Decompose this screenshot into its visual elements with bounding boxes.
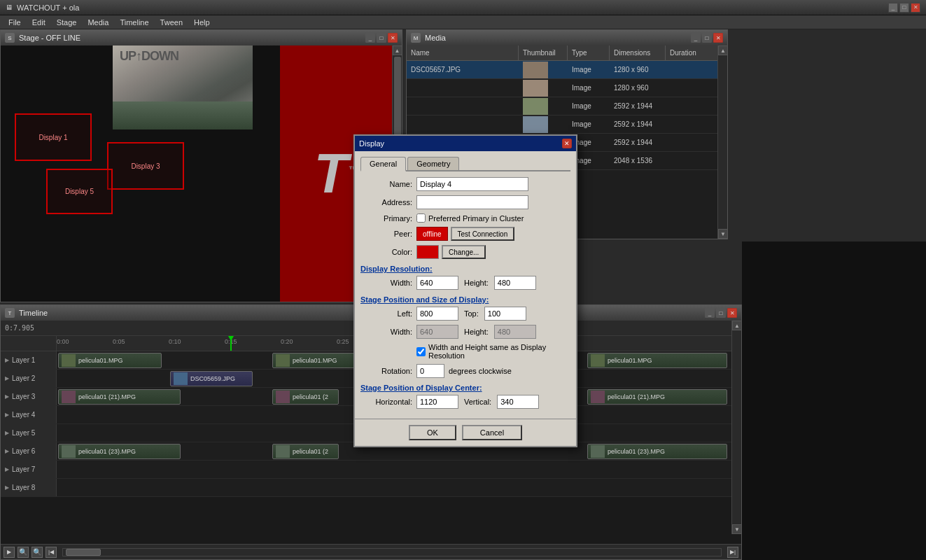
media-titlebar: M Media _ □ ✕: [407, 30, 727, 46]
layer-5-label: ▶ Layer 5: [1, 424, 57, 442]
change-color-button[interactable]: Change...: [442, 245, 486, 259]
rotation-input[interactable]: [416, 364, 444, 378]
layer-1-arrow[interactable]: ▶: [5, 357, 9, 363]
stage-width-label: Width:: [360, 328, 416, 336]
timeline-minimize[interactable]: _: [705, 308, 715, 318]
layer-7-track[interactable]: [57, 461, 741, 478]
media-scroll-down[interactable]: ▼: [718, 229, 727, 239]
dialog-title: Display: [359, 139, 384, 148]
stage-close[interactable]: ✕: [388, 33, 398, 43]
clip-l3-3[interactable]: pelicula01 (21).MPG: [587, 389, 727, 405]
clip-name: pelicula01.MPG: [608, 357, 652, 364]
layer-8-row: ▶ Layer 8: [1, 479, 741, 497]
dialog-body: General Geometry Name: Address: Primary:…: [355, 151, 576, 419]
tab-geometry[interactable]: Geometry: [407, 157, 459, 170]
stage-width-input[interactable]: [416, 325, 458, 339]
media-row[interactable]: Image 2592 x 1944: [407, 115, 727, 134]
play-button[interactable]: ▶: [3, 547, 15, 558]
peer-status-button[interactable]: offline: [416, 227, 448, 241]
vscroll-down[interactable]: ▼: [732, 524, 741, 534]
menu-edit[interactable]: Edit: [27, 15, 51, 29]
menu-file[interactable]: File: [3, 15, 27, 29]
menu-help[interactable]: Help: [188, 15, 216, 29]
scroll-up[interactable]: ▲: [393, 46, 402, 55]
layer-6-arrow[interactable]: ▶: [5, 448, 9, 454]
timeline-icon: T: [5, 308, 15, 318]
media-minimize[interactable]: _: [691, 33, 701, 43]
left-label: Left:: [360, 309, 416, 318]
display-5[interactable]: Display 5: [46, 169, 113, 214]
vertical-input[interactable]: [497, 395, 539, 409]
top-input[interactable]: [484, 307, 526, 321]
close-button[interactable]: ✕: [911, 3, 920, 13]
media-scrollbar[interactable]: ▲ ▼: [717, 46, 727, 239]
menu-stage[interactable]: Stage: [51, 15, 83, 29]
same-as-res-label: Width and Height same as Display Resolut…: [428, 343, 570, 360]
layer-7-arrow[interactable]: ▶: [5, 466, 9, 472]
clip-l6-3[interactable]: pelicula01 (23).MPG: [587, 444, 727, 459]
menu-tween[interactable]: Tween: [155, 15, 188, 29]
stage-canvas[interactable]: ▲ ▼ Display 1 Display 3 Display 5: [1, 46, 402, 302]
media-scroll-up[interactable]: ▲: [718, 46, 727, 55]
same-as-res-checkbox[interactable]: [416, 347, 426, 356]
timeline-vscroll[interactable]: ▲ ▼: [731, 321, 741, 534]
zoom-in-button[interactable]: 🔍: [17, 547, 29, 558]
cancel-button[interactable]: Cancel: [462, 425, 522, 440]
layer-2-arrow[interactable]: ▶: [5, 375, 9, 382]
media-title: Media: [425, 34, 446, 42]
timeline-close[interactable]: ✕: [727, 308, 737, 318]
layer-8-track[interactable]: [57, 479, 741, 496]
res-height-input[interactable]: [494, 276, 536, 290]
stage-preview: UP↑DOWN: [113, 46, 253, 130]
address-input[interactable]: [416, 195, 528, 209]
playhead-marker: [228, 336, 234, 341]
layer-5-arrow[interactable]: ▶: [5, 430, 9, 436]
clip-l1-3[interactable]: pelicula01.MPG: [587, 353, 727, 368]
test-connection-button[interactable]: Test Connection: [451, 227, 515, 241]
stage-minimize[interactable]: _: [365, 33, 375, 43]
clip-l6-1[interactable]: pelicula01 (23).MPG: [58, 444, 181, 459]
stage-maximize[interactable]: □: [377, 33, 386, 43]
primary-label: Primary:: [360, 214, 416, 223]
zoom-out-button[interactable]: 🔍: [31, 547, 43, 558]
media-maximize[interactable]: □: [702, 33, 712, 43]
display-1[interactable]: Display 1: [15, 113, 92, 161]
menu-timeline[interactable]: Timeline: [114, 15, 154, 29]
tab-general[interactable]: General: [360, 157, 406, 172]
menu-media[interactable]: Media: [82, 15, 114, 29]
layer-8-arrow[interactable]: ▶: [5, 484, 9, 491]
prev-frame-button[interactable]: |◀: [45, 547, 57, 558]
name-input[interactable]: [416, 177, 528, 191]
layer-3-arrow[interactable]: ▶: [5, 393, 9, 400]
clip-name: pelicula01 (2: [293, 448, 328, 455]
clip-l6-2[interactable]: pelicula01 (2: [272, 444, 339, 459]
primary-checkbox[interactable]: [416, 214, 426, 223]
clip-l3-2[interactable]: pelicula01 (2: [272, 389, 339, 405]
clip-thumb: [62, 354, 76, 367]
stage-height-input[interactable]: [494, 325, 536, 339]
timeline-end-button[interactable]: ▶|: [727, 547, 738, 558]
clip-l3-1[interactable]: pelicula01 (21).MPG: [58, 389, 181, 405]
layer-4-arrow[interactable]: ▶: [5, 412, 9, 418]
hscroll-thumb[interactable]: [66, 549, 101, 556]
vscroll-up[interactable]: ▲: [732, 321, 741, 330]
clip-l1-1[interactable]: pelicula01.MPG: [58, 353, 162, 368]
ok-button[interactable]: OK: [409, 425, 456, 440]
display-3[interactable]: Display 3: [107, 142, 184, 190]
clip-name: pelicula01.MPG: [293, 357, 337, 364]
media-row[interactable]: DSC05657.JPG Image 1280 x 960: [407, 61, 727, 79]
maximize-button[interactable]: □: [899, 3, 909, 13]
minimize-button[interactable]: _: [888, 3, 898, 13]
dialog-close-button[interactable]: ✕: [562, 139, 572, 148]
stage-position-header: Stage Position and Size of Display:: [360, 295, 570, 304]
left-input[interactable]: [416, 307, 458, 321]
timeline-maximize[interactable]: □: [716, 308, 726, 318]
res-width-input[interactable]: [416, 276, 458, 290]
timeline-hscroll[interactable]: [62, 548, 722, 556]
color-preview[interactable]: [416, 245, 439, 259]
media-row[interactable]: Image 1280 x 960: [407, 79, 727, 97]
horizontal-input[interactable]: [416, 395, 458, 409]
media-close[interactable]: ✕: [713, 33, 723, 43]
clip-l2-1[interactable]: DSC05659.JPG: [170, 371, 253, 386]
media-row[interactable]: Image 2592 x 1944: [407, 97, 727, 115]
